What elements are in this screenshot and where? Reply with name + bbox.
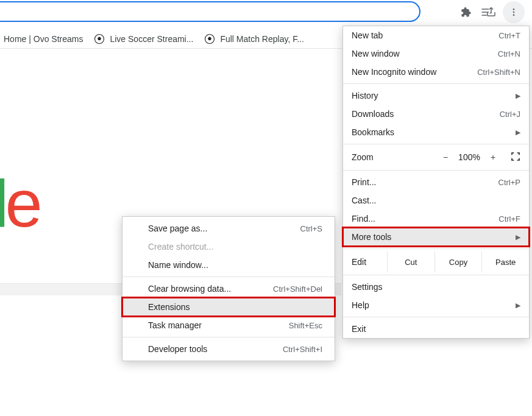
extensions-puzzle-icon[interactable] [455,2,476,23]
reading-list-icon[interactable] [476,2,497,23]
menu-exit[interactable]: Exit [343,320,529,338]
menu-separator [343,249,529,249]
menu-separator [343,275,529,275]
edit-paste[interactable]: Paste [481,252,529,272]
bookmark-item[interactable]: Live Soccer Streami... [94,33,193,44]
menu-separator [343,144,529,144]
svg-point-2 [513,12,515,13]
bookmark-label: Live Soccer Streami... [110,34,193,44]
submenu-clear-data[interactable]: Clear browsing data... Ctrl+Shift+Del [122,280,335,298]
soccer-icon [94,33,105,44]
submenu-developer-tools[interactable]: Developer tools Ctrl+Shift+I [122,340,335,358]
menu-help[interactable]: Help ▶ [343,296,529,314]
menu-cast[interactable]: Cast... [343,191,529,210]
svg-point-3 [513,14,515,16]
menu-zoom: Zoom − 100% + [343,147,529,167]
chevron-right-icon: ▶ [516,233,520,241]
chevron-right-icon: ▶ [516,92,520,100]
submenu-extensions[interactable]: Extensions [122,298,335,316]
bookmark-item[interactable]: Home | Ovo Streams [4,34,83,44]
menu-separator [343,317,529,317]
omnibox[interactable] [0,1,420,22]
bookmark-item[interactable]: Full Match Replay, F... [204,33,303,44]
soccer-icon [204,33,215,44]
menu-more-tools[interactable]: More tools ▶ [343,228,529,246]
edit-cut[interactable]: Cut [387,252,434,272]
menu-edit: Edit Cut Copy Paste [343,252,529,272]
chrome-menu: New tab Ctrl+T New window Ctrl+N New Inc… [342,26,530,339]
svg-point-1 [513,9,515,10]
bookmark-label: Home | Ovo Streams [4,34,83,44]
menu-print[interactable]: Print... Ctrl+P [343,173,529,191]
menu-bookmarks[interactable]: Bookmarks ▶ [343,123,529,141]
menu-find[interactable]: Find... Ctrl+F [343,210,529,228]
menu-new-tab[interactable]: New tab Ctrl+T [343,26,529,44]
menu-history[interactable]: History ▶ [343,86,529,105]
menu-separator [343,83,529,84]
chevron-right-icon: ▶ [516,301,520,309]
menu-separator [343,170,529,171]
more-tools-submenu: Save page as... Ctrl+S Create shortcut..… [122,216,335,361]
menu-separator [122,337,335,337]
menu-new-window[interactable]: New window Ctrl+N [343,44,529,63]
submenu-task-manager[interactable]: Task manager Shift+Esc [122,316,335,334]
google-logo-fragment: le [0,164,39,242]
menu-settings[interactable]: Settings [343,278,529,296]
menu-incognito[interactable]: New Incognito window Ctrl+Shift+N [343,63,529,81]
menu-separator [122,277,335,277]
menu-downloads[interactable]: Downloads Ctrl+J [343,105,529,123]
zoom-out-button[interactable]: − [436,152,455,162]
zoom-in-button[interactable]: + [484,152,502,162]
zoom-level: 100% [455,152,484,162]
submenu-name-window[interactable]: Name window... [122,256,335,274]
submenu-create-shortcut: Create shortcut... [122,238,335,256]
chevron-right-icon: ▶ [516,129,520,136]
edit-copy[interactable]: Copy [434,252,482,272]
submenu-save-page[interactable]: Save page as... Ctrl+S [122,219,335,238]
fullscreen-icon[interactable] [511,152,520,163]
more-menu-button[interactable] [503,1,525,23]
bookmark-label: Full Match Replay, F... [220,34,303,44]
